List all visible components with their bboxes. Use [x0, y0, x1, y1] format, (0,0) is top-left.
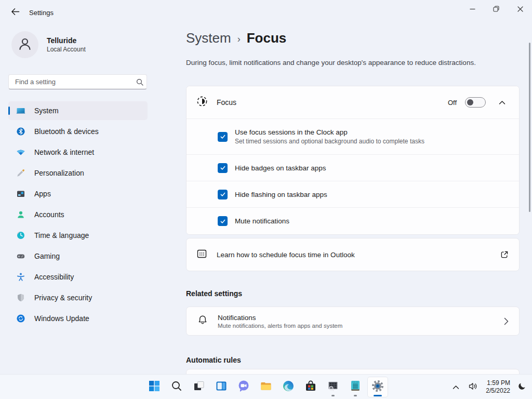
- outlook-link-row[interactable]: Learn how to schedule focus time in Outl…: [187, 238, 519, 271]
- sidebar-item-network-internet[interactable]: Network & internet: [8, 143, 148, 162]
- person-icon: [17, 36, 33, 54]
- checkbox-checked[interactable]: [218, 216, 228, 226]
- focus-icon: [196, 96, 208, 109]
- minimize-button[interactable]: [460, 0, 484, 18]
- sidebar-item-label: Windows Update: [34, 314, 89, 323]
- clock[interactable]: 1:59 PM 2/5/2022: [485, 379, 511, 395]
- tray-time: 1:59 PM: [486, 379, 510, 387]
- focus-assist-button[interactable]: [515, 377, 529, 397]
- notifications-description: Mute notifications, alerts from apps and…: [218, 323, 342, 329]
- sidebar-item-time-language[interactable]: Time & language: [8, 226, 148, 245]
- search-box: [8, 74, 147, 89]
- search-icon: [171, 380, 182, 394]
- sidebar-item-gaming[interactable]: Gaming: [8, 247, 148, 265]
- breadcrumb-separator: ›: [237, 32, 241, 45]
- sidebar-item-label: Apps: [34, 190, 51, 198]
- search-icon[interactable]: [133, 78, 147, 86]
- running-indicator: [331, 395, 335, 396]
- system-icon: [16, 106, 25, 115]
- option-label: Hide badges on taskbar apps: [235, 164, 326, 172]
- sidebar-item-windows-update[interactable]: Windows Update: [8, 309, 148, 328]
- sidebar-item-apps[interactable]: Apps: [8, 184, 148, 203]
- window-controls: [460, 0, 532, 18]
- focus-controls: Off: [448, 95, 510, 110]
- focus-option-row[interactable]: Hide badges on taskbar apps: [187, 155, 519, 181]
- collapse-button[interactable]: [494, 95, 510, 110]
- scrollbar[interactable]: [529, 43, 530, 212]
- log-viewer-app-button[interactable]: [323, 377, 343, 397]
- file-explorer-icon: [260, 380, 272, 394]
- sidebar: Telluride Local Account System Bluet: [0, 25, 156, 374]
- bluetooth-icon: [16, 127, 25, 136]
- log-viewer-app-icon: [327, 380, 339, 394]
- notepad-app-icon: [349, 380, 362, 394]
- sidebar-item-accounts[interactable]: Accounts: [8, 205, 148, 224]
- breadcrumb-system[interactable]: System: [186, 30, 231, 46]
- notepad-app-button[interactable]: [345, 377, 366, 397]
- chat-icon: [237, 380, 250, 394]
- focus-option-row[interactable]: Use focus sessions in the Clock app Set …: [187, 119, 519, 155]
- volume-button[interactable]: [466, 377, 481, 397]
- taskbar-pinned-apps: [144, 375, 388, 399]
- focus-header-row[interactable]: Focus Off: [187, 86, 519, 119]
- focus-option-row[interactable]: Mute notifications: [187, 208, 519, 234]
- focus-title: Focus: [217, 98, 236, 107]
- network-icon: [16, 148, 25, 157]
- task-view-button[interactable]: [189, 377, 209, 397]
- sidebar-item-label: Accounts: [34, 210, 64, 219]
- accessibility-icon: [16, 272, 25, 282]
- notifications-title: Notifications: [218, 314, 342, 322]
- widgets-button[interactable]: [211, 377, 232, 397]
- personalization-brush-icon: [16, 168, 25, 178]
- option-label: Use focus sessions in the Clock app: [235, 128, 424, 136]
- checkbox-checked[interactable]: [218, 132, 228, 142]
- file-explorer-button[interactable]: [256, 377, 276, 397]
- back-arrow-icon: [11, 8, 20, 18]
- chat-button[interactable]: [233, 377, 254, 397]
- close-button[interactable]: [508, 0, 532, 18]
- search-input[interactable]: [9, 78, 133, 86]
- sidebar-item-label: System: [34, 107, 59, 115]
- settings-app-button[interactable]: [367, 377, 388, 397]
- app-title: Settings: [29, 9, 54, 17]
- option-texts: Hide badges on taskbar apps: [235, 164, 326, 172]
- toggle-knob: [467, 99, 473, 105]
- sidebar-item-personalization[interactable]: Personalization: [8, 164, 148, 182]
- edge-browser-button[interactable]: [278, 377, 299, 397]
- sidebar-item-accessibility[interactable]: Accessibility: [8, 268, 148, 286]
- account-type: Local Account: [47, 46, 86, 53]
- running-indicator: [354, 395, 357, 396]
- restore-button[interactable]: [484, 0, 508, 18]
- sidebar-item-label: Network & internet: [34, 148, 94, 156]
- sidebar-item-label: Time & language: [34, 231, 89, 240]
- sidebar-item-privacy-security[interactable]: Privacy & security: [8, 288, 148, 307]
- accounts-icon: [16, 210, 25, 219]
- windows-update-icon: [16, 314, 25, 323]
- account-name: Telluride: [47, 36, 86, 45]
- option-label: Mute notifications: [235, 217, 289, 225]
- store-button[interactable]: [300, 377, 321, 397]
- back-button[interactable]: [7, 6, 23, 19]
- notifications-row[interactable]: Notifications Mute notifications, alerts…: [187, 307, 519, 335]
- main-content: System › Focus During focus, limit notif…: [186, 25, 532, 374]
- volume-icon: [469, 382, 478, 392]
- checkbox-checked[interactable]: [218, 190, 228, 200]
- sidebar-item-system[interactable]: System: [8, 101, 148, 120]
- start-button[interactable]: [144, 377, 165, 397]
- sidebar-item-bluetooth-devices[interactable]: Bluetooth & devices: [8, 122, 148, 141]
- chevron-up-icon: [499, 98, 506, 107]
- option-texts: Mute notifications: [235, 217, 289, 225]
- moon-icon: [518, 382, 526, 392]
- focus-toggle[interactable]: [465, 97, 486, 108]
- focus-card: Focus Off Use focus sessions in the: [186, 86, 520, 235]
- focus-option-row[interactable]: Hide flashing on taskbar apps: [187, 181, 519, 208]
- notifications-card: Notifications Mute notifications, alerts…: [186, 307, 520, 336]
- start-icon: [148, 380, 161, 394]
- taskbar: 1:59 PM 2/5/2022: [0, 374, 532, 399]
- automatic-rules-card[interactable]: [186, 369, 520, 374]
- tray-expand-button[interactable]: [450, 377, 462, 397]
- taskbar-search-button[interactable]: [166, 377, 187, 397]
- sidebar-item-label: Privacy & security: [34, 294, 92, 302]
- checkbox-checked[interactable]: [218, 163, 228, 173]
- account-header[interactable]: Telluride Local Account: [11, 31, 86, 58]
